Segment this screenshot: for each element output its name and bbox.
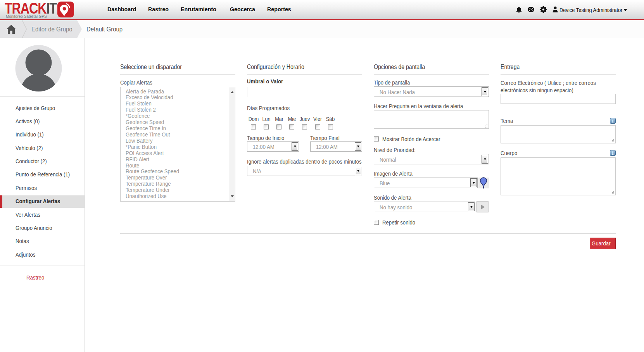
svg-text:i: i bbox=[612, 150, 614, 156]
svg-text:i: i bbox=[612, 118, 614, 124]
